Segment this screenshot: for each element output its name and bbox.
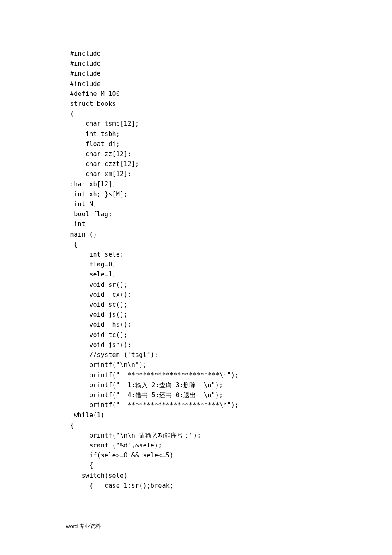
code-listing: #include #include #include #include #def… xyxy=(65,36,328,491)
page-content: #include #include #include #include #def… xyxy=(65,36,328,555)
footer-text: word 专业资料 xyxy=(66,523,101,530)
